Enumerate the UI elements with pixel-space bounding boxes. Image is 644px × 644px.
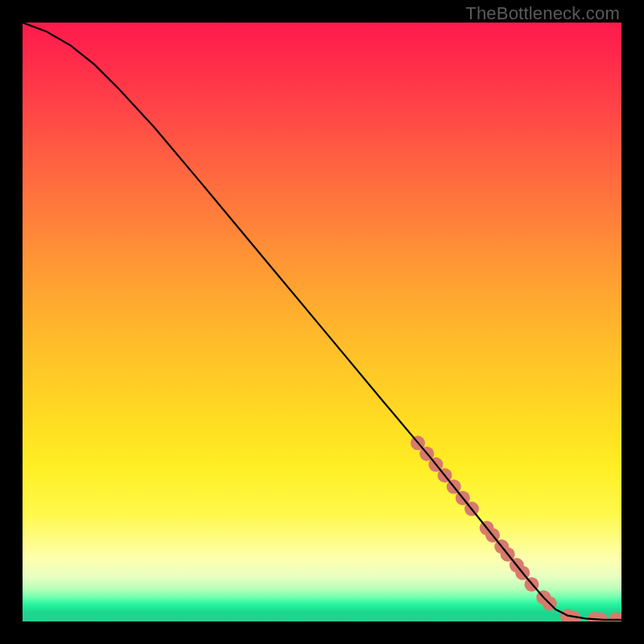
chart-plot-area [23,23,621,621]
curve-line [23,23,621,620]
attribution-label: TheBottleneck.com [465,3,620,24]
chart-overlay-svg [23,23,621,621]
scatter-dots [411,436,621,621]
